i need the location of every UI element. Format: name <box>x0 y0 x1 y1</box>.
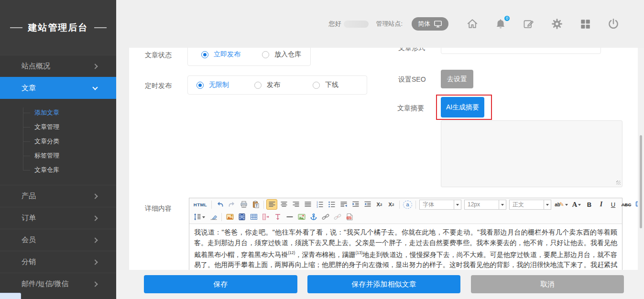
topbar: 您好 管理站点: 简体 0 <box>116 0 644 48</box>
editor-content[interactable]: 我说道："爸爸，你走吧。"他往车外看了看，说："我买几个橘子去。你就在此地，不要… <box>189 224 622 270</box>
summary-label: 文章摘要 <box>397 104 424 113</box>
pdf-icon[interactable] <box>344 212 355 222</box>
pen-glyph: ✎ <box>559 201 564 208</box>
radio-put-in-warehouse[interactable]: 放入仓库 <box>262 50 301 59</box>
detail-content-label: 详细内容 <box>145 204 172 213</box>
sidebar-item-site-overview[interactable]: 站点概况 <box>0 55 116 77</box>
sidebar-item-members[interactable]: 会员 <box>0 229 116 251</box>
paste-icon[interactable] <box>250 199 261 210</box>
radio-offline[interactable]: 下线 <box>313 81 338 89</box>
radio-publish[interactable]: 发布 <box>254 81 280 89</box>
indent-icon[interactable] <box>350 199 361 210</box>
font-family-select[interactable]: 字体 <box>419 200 461 210</box>
paragraph-format-select[interactable]: 正文 <box>509 200 551 210</box>
table-icon[interactable] <box>248 212 259 222</box>
ordered-list-icon[interactable] <box>314 199 325 210</box>
underline-icon[interactable]: U <box>608 199 619 210</box>
article-type-label: 文章形式 <box>398 48 425 53</box>
subscript-icon[interactable]: X2 <box>374 199 385 210</box>
sidebar-item-label: 文章 <box>22 84 36 93</box>
submenu-item-add-article[interactable]: 添加文章 <box>0 106 116 120</box>
paragraph-icon[interactable] <box>338 199 349 210</box>
schedule-options: 无限制 发布 下线 <box>187 75 367 95</box>
outdent-icon[interactable] <box>362 199 373 210</box>
remove-format-icon[interactable] <box>208 212 219 222</box>
font-size-select[interactable]: 12px <box>464 200 506 210</box>
align-justify-icon[interactable] <box>302 199 313 210</box>
print-icon[interactable] <box>238 199 249 210</box>
chevron-down-icon <box>454 200 461 209</box>
submenu-item-article-management[interactable]: 文章管理 <box>0 120 116 134</box>
unlink-icon[interactable] <box>332 212 343 222</box>
horizontal-rule-icon[interactable] <box>284 212 295 222</box>
save-and-add-similar-button[interactable]: 保存并添加相似文章 <box>307 275 460 293</box>
seo-settings-button[interactable]: 去设置 <box>441 70 473 88</box>
link-icon[interactable] <box>320 212 331 222</box>
sidebar-item-label: 订单 <box>22 214 36 223</box>
section-break-icon[interactable] <box>272 212 283 222</box>
chevron-down-icon <box>202 216 205 220</box>
radio-publish-now[interactable]: 立即发布 <box>201 50 240 59</box>
editor-toolbar-row2 <box>189 211 622 224</box>
home-icon[interactable] <box>466 18 479 30</box>
gear-icon[interactable] <box>551 18 563 30</box>
article-type-options: 站内文章 站外链接 <box>441 48 601 54</box>
highlight-color-icon[interactable]: ab✎ <box>553 199 569 210</box>
align-left-icon[interactable] <box>266 199 277 210</box>
bold-icon[interactable]: B <box>584 199 595 210</box>
unordered-list-icon[interactable] <box>326 199 337 210</box>
image-icon[interactable] <box>224 212 235 222</box>
power-icon[interactable] <box>607 18 620 30</box>
apps-grid-icon[interactable] <box>579 18 591 30</box>
superscript-icon[interactable]: X2 <box>386 199 397 210</box>
pagebreak-icon[interactable] <box>260 212 271 222</box>
radio-internal-article[interactable]: 站内文章 <box>459 48 499 48</box>
cancel-button[interactable]: 取消 <box>471 275 624 293</box>
font-color-icon[interactable]: A <box>570 199 583 210</box>
radio-dot <box>254 82 262 89</box>
scrollbar-track[interactable] <box>638 48 644 299</box>
redo-icon[interactable] <box>226 199 237 210</box>
anchor-icon[interactable] <box>308 212 319 222</box>
html-source-icon[interactable]: HTML <box>192 199 209 210</box>
autotypeset-icon[interactable]: a <box>402 199 413 210</box>
textarea-resize-handle[interactable] <box>616 181 621 185</box>
italic-icon[interactable]: I <box>596 199 607 210</box>
submenu-item-tag-management[interactable]: 标签管理 <box>0 149 116 163</box>
sidebar-item-distribution[interactable]: 分销 <box>0 251 116 273</box>
toolbar-separator <box>415 201 416 209</box>
summary-textarea[interactable] <box>441 120 622 187</box>
save-button[interactable]: 保存 <box>144 275 297 293</box>
sidebar-nav: 站点概况 文章 添加文章 文章管理 文章分类 标签管理 文章仓库 产品 订单 <box>0 55 116 295</box>
media-icon[interactable] <box>236 212 247 222</box>
sidebar-item-orders[interactable]: 订单 <box>0 207 116 229</box>
article-text: ，深青布棉袍，蹒跚 <box>295 251 355 258</box>
sidebar-item-products[interactable]: 产品 <box>0 185 116 207</box>
sidebar-item-articles[interactable]: 文章 <box>0 77 116 99</box>
map-icon[interactable] <box>296 212 307 222</box>
radio-no-limit[interactable]: 无限制 <box>196 81 229 89</box>
line-height-icon[interactable] <box>192 212 207 222</box>
fullscreen-icon[interactable] <box>633 199 638 210</box>
sidebar: 建站管理后台 站点概况 文章 添加文章 文章管理 文章分类 标签管理 文章仓库 … <box>0 0 116 299</box>
align-center-icon[interactable] <box>278 199 289 210</box>
submenu-item-article-warehouse[interactable]: 文章仓库 <box>0 163 116 177</box>
chevron-down-icon <box>544 200 551 209</box>
footnote-marker: (13) <box>355 250 362 255</box>
logo-dash-right <box>94 27 107 28</box>
radio-external-link[interactable]: 站外链接 <box>528 48 568 48</box>
sidebar-item-email-sms-wechat[interactable]: 邮件/短信/微信 <box>0 273 116 295</box>
undo-icon[interactable] <box>214 199 225 210</box>
language-button[interactable]: 简体 <box>412 17 448 31</box>
toolbar-separator <box>399 201 400 209</box>
submenu-item-label: 文章仓库 <box>34 166 59 173</box>
align-right-icon[interactable] <box>290 199 301 210</box>
sidebar-item-label: 站点概况 <box>22 62 50 71</box>
bell-icon[interactable]: 0 <box>494 18 507 30</box>
compose-icon[interactable] <box>523 18 535 30</box>
scrollbar-thumb[interactable] <box>640 135 642 228</box>
ai-generate-summary-button[interactable]: AI生成摘要 <box>441 97 484 117</box>
submenu-item-article-categories[interactable]: 文章分类 <box>0 134 116 149</box>
submenu-item-label: 添加文章 <box>34 109 59 116</box>
strikethrough-icon[interactable]: ABC <box>620 199 633 210</box>
